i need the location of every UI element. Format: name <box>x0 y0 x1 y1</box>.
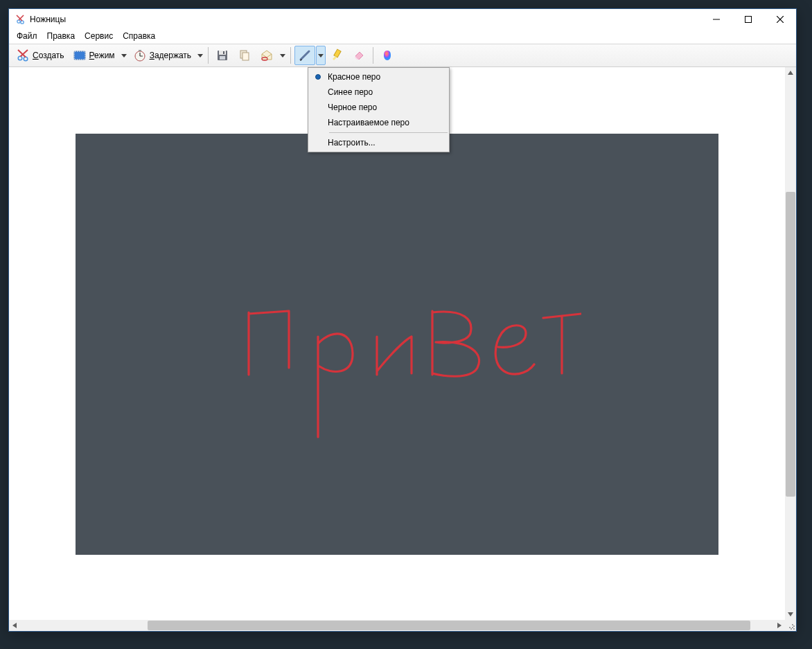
toolbar-separator <box>290 47 291 64</box>
captured-screenshot[interactable] <box>76 134 718 555</box>
mode-button[interactable]: Режим <box>69 46 118 65</box>
menu-tools[interactable]: Сервис <box>80 30 118 42</box>
horizontal-scrollbar[interactable] <box>9 620 785 631</box>
paint3d-button[interactable] <box>377 46 398 65</box>
pen-icon <box>298 48 312 62</box>
scroll-right-arrow[interactable] <box>774 620 785 631</box>
new-snip-button[interactable]: Создать <box>12 46 68 65</box>
copy-icon <box>238 48 251 62</box>
pen-annotation <box>235 299 581 451</box>
pen-dropdown-arrow[interactable] <box>316 46 326 65</box>
svg-rect-32 <box>791 628 792 630</box>
svg-rect-20 <box>219 51 226 55</box>
highlighter-icon <box>330 48 344 62</box>
pen-button[interactable] <box>294 46 315 65</box>
pen-menu-custom[interactable]: Настраиваемое перо <box>308 115 449 130</box>
mode-label: Режим <box>89 51 115 60</box>
save-icon <box>215 48 229 62</box>
scissors-icon <box>16 48 30 62</box>
resize-grip[interactable] <box>785 620 796 631</box>
svg-rect-33 <box>793 625 795 627</box>
minimize-button[interactable] <box>700 9 732 30</box>
send-button[interactable] <box>256 46 277 65</box>
pen-menu-configure[interactable]: Настроить... <box>308 135 449 150</box>
svg-point-0 <box>17 20 20 23</box>
pen-dropdown-menu: Красное перо Синее перо Черное перо Наст… <box>308 67 450 152</box>
menu-help[interactable]: Справка <box>118 30 160 42</box>
paint3d-icon <box>380 48 394 62</box>
title-bar: Ножницы <box>9 9 796 30</box>
svg-rect-31 <box>793 628 795 630</box>
svg-rect-24 <box>242 53 249 60</box>
toolbar-separator <box>373 47 373 64</box>
svg-rect-21 <box>220 56 225 60</box>
horizontal-scroll-thumb[interactable] <box>148 621 750 630</box>
eraser-button[interactable] <box>348 46 369 65</box>
svg-point-8 <box>18 56 22 60</box>
pen-menu-blue[interactable]: Синее перо <box>308 85 449 100</box>
vertical-scrollbar[interactable] <box>785 67 796 620</box>
selected-indicator <box>308 74 328 80</box>
send-dropdown-arrow[interactable] <box>278 46 288 65</box>
menu-edit[interactable]: Правка <box>42 30 80 42</box>
svg-point-9 <box>24 57 28 61</box>
mode-dropdown-arrow[interactable] <box>119 46 129 65</box>
delay-label: Задержать <box>150 51 191 60</box>
delay-button[interactable]: Задержать <box>130 46 195 65</box>
svg-rect-28 <box>792 624 793 625</box>
new-snip-label: Создать <box>33 51 64 60</box>
pen-menu-black-label: Черное перо <box>328 103 377 112</box>
menu-separator <box>329 132 448 133</box>
envelope-icon <box>260 48 274 62</box>
svg-rect-18 <box>139 50 141 51</box>
window-controls <box>700 9 796 30</box>
pen-menu-blue-label: Синее перо <box>328 87 373 97</box>
copy-button[interactable] <box>234 46 255 65</box>
scroll-down-arrow[interactable] <box>785 609 796 620</box>
eraser-icon <box>352 48 366 62</box>
svg-rect-12 <box>74 51 85 60</box>
close-button[interactable] <box>764 9 796 30</box>
menu-file[interactable]: Файл <box>12 30 42 42</box>
scroll-left-arrow[interactable] <box>9 620 20 631</box>
app-icon <box>15 14 26 25</box>
scroll-up-arrow[interactable] <box>785 67 796 78</box>
toolbar-separator <box>208 47 209 64</box>
mode-icon <box>73 48 87 62</box>
svg-rect-30 <box>792 627 793 628</box>
svg-point-1 <box>21 21 24 24</box>
window-title: Ножницы <box>30 15 66 24</box>
pen-menu-custom-label: Настраиваемое перо <box>328 118 409 127</box>
svg-rect-22 <box>223 51 224 54</box>
svg-rect-27 <box>334 49 341 57</box>
clock-icon <box>133 48 147 62</box>
vertical-scroll-thumb[interactable] <box>786 192 795 497</box>
save-button[interactable] <box>212 46 233 65</box>
menu-bar: Файл Правка Сервис Справка <box>9 30 796 44</box>
delay-dropdown-arrow[interactable] <box>195 46 205 65</box>
pen-menu-red[interactable]: Красное перо <box>308 69 449 85</box>
pen-menu-black[interactable]: Черное перо <box>308 100 449 115</box>
toolbar: Создать Режим <box>9 44 796 67</box>
svg-rect-29 <box>789 627 791 628</box>
pen-menu-red-label: Красное перо <box>328 72 380 82</box>
pen-menu-configure-label: Настроить... <box>328 138 376 148</box>
svg-line-26 <box>301 51 309 60</box>
svg-rect-5 <box>745 17 752 23</box>
maximize-button[interactable] <box>732 9 764 30</box>
highlighter-button[interactable] <box>326 46 347 65</box>
app-window: Ножницы Файл Правка Сервис Справка <box>8 8 797 632</box>
